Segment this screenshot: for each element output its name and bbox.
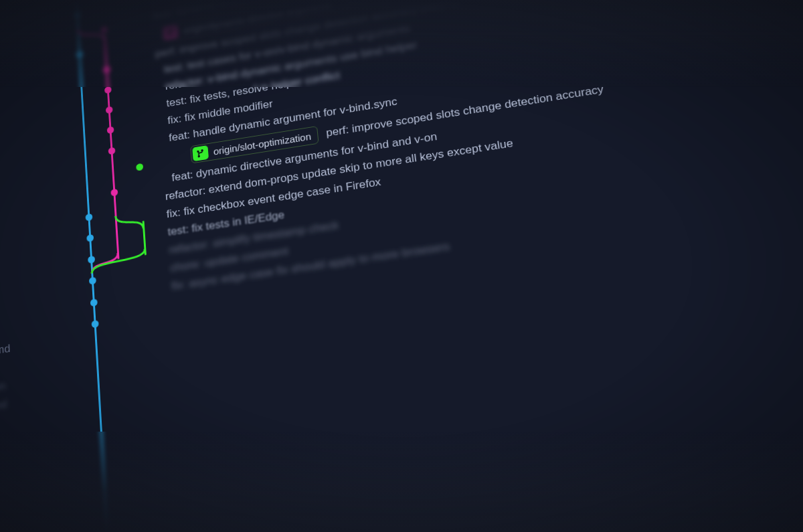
- commit-node[interactable]: [85, 213, 92, 221]
- file-label: README.md: [0, 397, 7, 419]
- commit-node[interactable]: [107, 126, 114, 135]
- commit-node[interactable]: [90, 298, 98, 306]
- commit-node[interactable]: [89, 277, 96, 285]
- commit-log-panel: build: build 2.6.0-beta.2build: fix feat…: [41, 0, 803, 532]
- commit-node[interactable]: [74, 11, 81, 18]
- commit-node[interactable]: [108, 147, 116, 155]
- commit-list: build: build 2.6.0-beta.2build: fix feat…: [145, 0, 803, 296]
- commit-node[interactable]: [100, 26, 108, 33]
- commit-node[interactable]: [104, 86, 112, 94]
- graph-curve: [115, 210, 149, 234]
- graph-lane-slot: [143, 221, 147, 256]
- commit-node[interactable]: [92, 320, 99, 328]
- graph-lane-feature: [104, 34, 120, 260]
- commit-node[interactable]: [106, 106, 113, 114]
- commit-node[interactable]: [76, 50, 84, 58]
- graph-curve: [90, 251, 124, 275]
- commit-node[interactable]: [136, 163, 143, 171]
- git-branch-icon: [163, 24, 179, 40]
- git-branch-icon: [192, 145, 209, 161]
- graph-lane-main: [70, 0, 125, 532]
- commit-node[interactable]: [103, 66, 110, 74]
- commit-node[interactable]: [110, 188, 118, 196]
- commit-node[interactable]: [86, 234, 94, 242]
- graph-curve: [90, 247, 151, 275]
- graph-curve: [77, 23, 108, 46]
- commit-node[interactable]: [88, 256, 95, 264]
